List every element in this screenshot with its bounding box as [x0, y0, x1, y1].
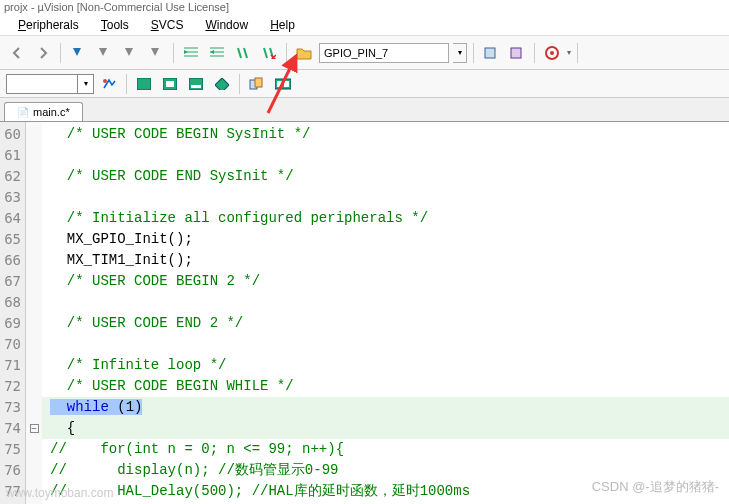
find-button[interactable] — [480, 42, 502, 64]
tab-main-c[interactable]: 📄 main.c* — [4, 102, 83, 121]
debug-button[interactable] — [541, 42, 563, 64]
menu-bar: Peripherals Tools SVCS Window Help — [0, 14, 729, 36]
code-line[interactable]: MX_GPIO_Init(); — [42, 229, 729, 250]
code-line[interactable]: /* USER CODE BEGIN SysInit */ — [42, 124, 729, 145]
code-area[interactable]: /* USER CODE BEGIN SysInit */ /* USER CO… — [42, 122, 729, 504]
svg-rect-5 — [137, 78, 151, 90]
outdent-button[interactable] — [206, 42, 228, 64]
separator — [126, 74, 127, 94]
svg-rect-1 — [511, 48, 521, 58]
bookmark-toggle-button[interactable] — [67, 42, 89, 64]
fold-gutter[interactable]: − — [26, 122, 42, 504]
menu-peripherals[interactable]: Peripherals — [8, 16, 89, 34]
code-line[interactable] — [42, 187, 729, 208]
code-line[interactable]: /* USER CODE END SysInit */ — [42, 166, 729, 187]
svg-point-4 — [103, 79, 107, 83]
menu-window[interactable]: Window — [195, 16, 258, 34]
svg-point-3 — [550, 51, 554, 55]
manage-button-1[interactable] — [246, 73, 268, 95]
window-button-4[interactable] — [211, 73, 233, 95]
main-toolbar: ▾ ▾ — [0, 36, 729, 70]
target-combo[interactable]: ▾ — [6, 74, 94, 94]
nav-fwd-button[interactable] — [32, 42, 54, 64]
code-editor[interactable]: 606162636465666768697071727374757677 − /… — [0, 122, 729, 504]
search-dropdown[interactable]: ▾ — [453, 43, 467, 63]
comment-button[interactable] — [232, 42, 254, 64]
uncomment-button[interactable] — [258, 42, 280, 64]
svg-rect-14 — [277, 81, 282, 87]
code-line[interactable]: // for(int n = 0; n <= 99; n++){ — [42, 439, 729, 460]
svg-rect-8 — [189, 78, 203, 90]
build-toolbar: ▾ — [0, 70, 729, 98]
window-button-2[interactable] — [159, 73, 181, 95]
code-line[interactable] — [42, 292, 729, 313]
code-line[interactable] — [42, 145, 729, 166]
svg-rect-7 — [166, 81, 174, 87]
separator — [577, 43, 578, 63]
svg-rect-15 — [284, 81, 289, 87]
svg-rect-0 — [485, 48, 495, 58]
line-gutter: 606162636465666768697071727374757677 — [0, 122, 26, 504]
indent-button[interactable] — [180, 42, 202, 64]
separator — [473, 43, 474, 63]
folder-icon[interactable] — [293, 42, 315, 64]
code-line[interactable]: while (1) — [42, 397, 729, 418]
menu-tools[interactable]: Tools — [91, 16, 139, 34]
code-line[interactable]: /* USER CODE END 2 */ — [42, 313, 729, 334]
svg-rect-12 — [255, 78, 262, 87]
code-line[interactable]: /* Initialize all configured peripherals… — [42, 208, 729, 229]
separator — [60, 43, 61, 63]
svg-rect-10 — [215, 78, 229, 90]
window-button-1[interactable] — [133, 73, 155, 95]
title-bar: projx - µVision [Non-Commercial Use Lice… — [0, 0, 729, 14]
code-line[interactable] — [42, 334, 729, 355]
nav-back-button[interactable] — [6, 42, 28, 64]
code-line[interactable]: /* Infinite loop */ — [42, 355, 729, 376]
bookmark-clear-button[interactable] — [145, 42, 167, 64]
watermark-right: CSDN @-追梦的猪猪- — [592, 478, 719, 496]
svg-rect-9 — [191, 85, 201, 88]
window-button-3[interactable] — [185, 73, 207, 95]
separator — [173, 43, 174, 63]
tool-button[interactable] — [506, 42, 528, 64]
search-input[interactable] — [319, 43, 449, 63]
code-line[interactable]: MX_TIM1_Init(); — [42, 250, 729, 271]
editor-tab-bar: 📄 main.c* — [0, 98, 729, 122]
code-line[interactable]: /* USER CODE BEGIN 2 */ — [42, 271, 729, 292]
dropdown-arrow-icon[interactable]: ▾ — [567, 48, 571, 57]
manage-button-2[interactable] — [272, 73, 294, 95]
separator — [286, 43, 287, 63]
menu-help[interactable]: Help — [260, 16, 305, 34]
separator — [534, 43, 535, 63]
options-button[interactable] — [98, 73, 120, 95]
bookmark-prev-button[interactable] — [93, 42, 115, 64]
separator — [239, 74, 240, 94]
bookmark-next-button[interactable] — [119, 42, 141, 64]
file-icon: 📄 — [17, 107, 29, 118]
code-line[interactable]: { — [42, 418, 729, 439]
tab-label: main.c* — [33, 106, 70, 118]
watermark-left: www.toymoban.com — [6, 486, 113, 500]
menu-svcs[interactable]: SVCS — [141, 16, 194, 34]
code-line[interactable]: /* USER CODE BEGIN WHILE */ — [42, 376, 729, 397]
